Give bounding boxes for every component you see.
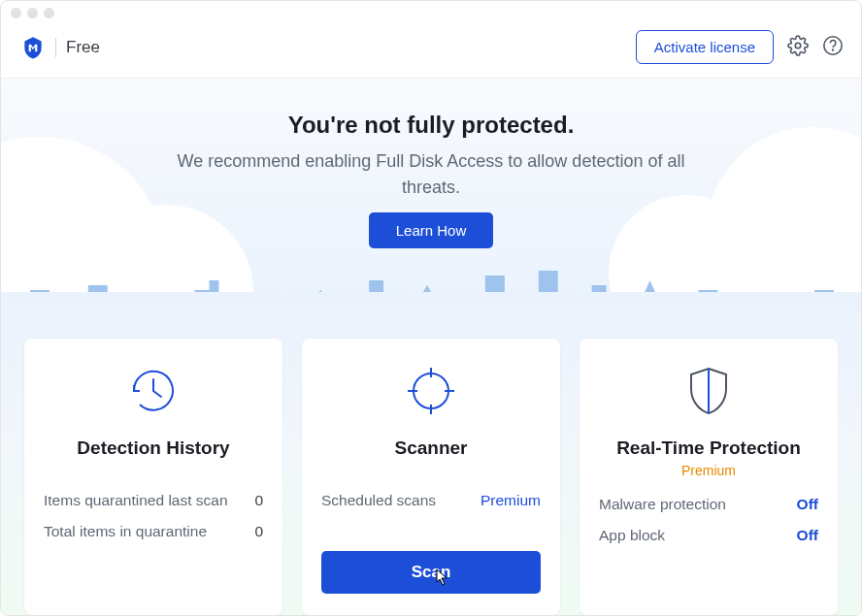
scanner-card: Scanner Scheduled scans Premium Scan xyxy=(302,339,560,615)
activate-license-button[interactable]: Activate license xyxy=(636,30,774,64)
stat-label: Scheduled scans xyxy=(321,492,436,509)
settings-button[interactable] xyxy=(787,35,809,59)
app-block-toggle[interactable]: Off xyxy=(797,527,818,544)
help-icon xyxy=(822,35,844,59)
malwarebytes-logo-icon xyxy=(20,35,46,60)
minimize-window-icon[interactable] xyxy=(27,8,38,18)
scan-button-label: Scan xyxy=(412,563,451,581)
hero-banner: You're not fully protected. We recommend… xyxy=(1,79,861,319)
gear-icon xyxy=(787,35,809,59)
premium-badge: Premium xyxy=(599,463,818,478)
svg-point-2 xyxy=(833,49,834,50)
stat-label: Items quarantined last scan xyxy=(44,492,228,509)
total-quarantine-row: Total items in quarantine 0 xyxy=(44,523,263,540)
scheduled-scans-row: Scheduled scans Premium xyxy=(321,492,541,509)
card-title: Scanner xyxy=(321,438,541,459)
stat-value: 0 xyxy=(254,492,263,509)
svg-point-0 xyxy=(795,43,801,49)
app-header: Free Activate license xyxy=(1,24,861,79)
stat-label: Total items in quarantine xyxy=(44,523,207,540)
stat-label: Malware protection xyxy=(599,496,726,513)
detection-history-card: Detection History Items quarantined last… xyxy=(24,339,282,615)
shield-icon xyxy=(599,364,818,418)
close-window-icon[interactable] xyxy=(11,8,21,18)
svg-point-3 xyxy=(414,373,448,408)
window-titlebar xyxy=(1,1,861,24)
stat-label: App block xyxy=(599,527,665,544)
stat-value: 0 xyxy=(254,523,263,540)
history-icon xyxy=(44,364,263,418)
scan-button[interactable]: Scan xyxy=(321,551,541,594)
help-button[interactable] xyxy=(822,35,844,59)
app-block-row: App block Off xyxy=(599,527,818,544)
hero-subtitle: We recommend enabling Full Disk Access t… xyxy=(169,148,693,201)
cards-row: Detection History Items quarantined last… xyxy=(1,319,861,616)
malware-protection-row: Malware protection Off xyxy=(599,496,818,513)
learn-how-button[interactable]: Learn How xyxy=(369,212,494,248)
quarantined-last-scan-row: Items quarantined last scan 0 xyxy=(44,492,263,509)
logo-divider xyxy=(55,38,56,57)
maximize-window-icon[interactable] xyxy=(44,8,54,18)
malware-protection-toggle[interactable]: Off xyxy=(797,496,818,513)
logo-group: Free xyxy=(20,35,100,60)
crosshair-icon xyxy=(321,364,541,418)
svg-point-1 xyxy=(824,37,842,54)
realtime-protection-card: Real-Time Protection Premium Malware pro… xyxy=(580,339,838,615)
card-title: Real-Time Protection xyxy=(599,438,818,459)
hero-title: You're not fully protected. xyxy=(1,112,861,139)
card-title: Detection History xyxy=(44,438,263,459)
plan-label: Free xyxy=(66,38,100,57)
premium-link[interactable]: Premium xyxy=(481,492,541,509)
